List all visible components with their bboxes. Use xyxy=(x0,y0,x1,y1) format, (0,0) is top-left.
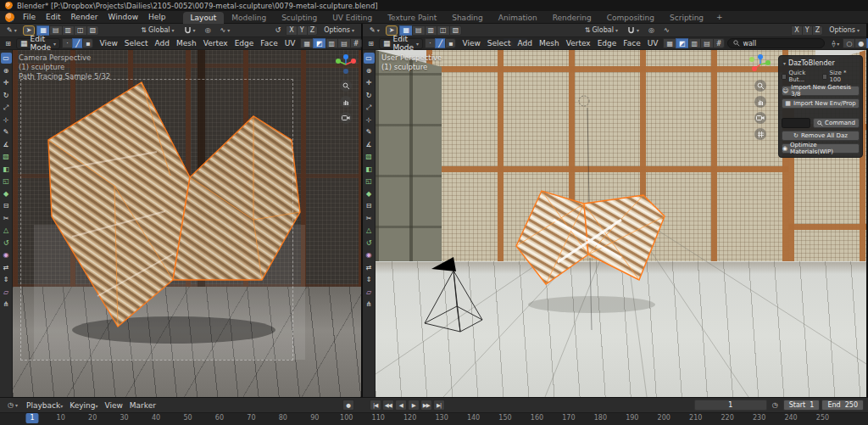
zoom-icon[interactable] xyxy=(340,80,352,92)
snap-dropdown[interactable]: ▾ xyxy=(181,25,199,36)
tool-measure[interactable]: ∡ xyxy=(364,139,375,150)
menu-item[interactable]: File xyxy=(18,12,41,22)
auto-keying-button[interactable]: ● xyxy=(342,400,354,411)
workspace-tab[interactable]: Shading xyxy=(444,12,491,24)
add-workspace-button[interactable]: + xyxy=(711,11,728,23)
tool-shrink-fatten[interactable]: ⇕ xyxy=(1,274,12,285)
frame-tick[interactable]: 120 xyxy=(403,414,416,422)
transport-button[interactable]: ▶▶ xyxy=(420,400,432,411)
tool-scale[interactable]: ⤢ xyxy=(1,102,12,113)
transport-button[interactable]: |◀ xyxy=(370,400,381,411)
frame-tick[interactable]: 70 xyxy=(247,414,255,422)
viewport-menu[interactable]: Face xyxy=(257,39,281,48)
select-mode-invert[interactable]: ◫ xyxy=(74,25,87,36)
select-mode-subtract[interactable]: ▥ xyxy=(62,25,75,36)
workspace-tab[interactable]: Texture Paint xyxy=(380,12,444,24)
frame-tick[interactable]: 100 xyxy=(340,414,353,422)
mesh-select-mode-face[interactable]: ▪ xyxy=(445,38,456,48)
gizmo-dropdown[interactable]: ⟠▾ xyxy=(830,38,841,48)
tool-transform[interactable]: ⊹ xyxy=(364,115,375,126)
viewport-menu[interactable]: View xyxy=(459,39,483,48)
viewport-menu[interactable]: Select xyxy=(121,39,152,48)
tool-smooth[interactable]: ◉ xyxy=(364,249,375,260)
tool-cursor[interactable]: ⊕ xyxy=(364,65,375,76)
overlay-toggle-gizmos[interactable]: ▥ xyxy=(688,38,702,48)
tool-select-box[interactable]: ▭ xyxy=(364,53,375,64)
active-tool-dropdown[interactable]: ✎▾ xyxy=(3,25,20,36)
frame-tick[interactable]: 110 xyxy=(372,414,385,422)
panel-header[interactable]: ▾ DazToBlender xyxy=(782,59,860,70)
frame-tick[interactable]: 150 xyxy=(498,414,511,422)
mirror-axis[interactable]: X xyxy=(286,25,297,36)
overlay-toggle-xray[interactable]: ◩ xyxy=(676,38,689,48)
command-input[interactable] xyxy=(782,118,810,128)
frame-tick[interactable]: 10 xyxy=(57,414,65,422)
menu-item[interactable]: Window xyxy=(103,12,144,22)
frame-tick[interactable]: 220 xyxy=(721,414,734,422)
axis-gizmo[interactable] xyxy=(335,53,357,75)
tool-bevel[interactable]: ◆ xyxy=(1,188,12,199)
tool-rip-region[interactable]: ⋔ xyxy=(1,299,12,310)
pan-hand-icon[interactable] xyxy=(340,96,352,108)
overlay-toggle-xray[interactable]: ◩ xyxy=(313,38,326,48)
timeline-ruler[interactable]: 1102030405060708090100110120130140150160… xyxy=(0,413,868,425)
tool-inset-faces[interactable]: ◱ xyxy=(1,176,12,187)
overlay-toggle-annotation[interactable]: # xyxy=(713,38,726,48)
remove-all-daz-button[interactable]: ↻Remove All Daz xyxy=(782,131,860,141)
tool-measure[interactable]: ∡ xyxy=(1,139,12,150)
tool-add-cube[interactable]: ▧ xyxy=(364,151,375,162)
overlay-toggle-gizmos[interactable]: ▥ xyxy=(326,38,339,48)
optimize-materials-button[interactable]: ◉Optimize Materials(WIP) xyxy=(782,143,860,154)
timeline-menu[interactable]: Keying▾ xyxy=(66,401,101,410)
camera-view-icon[interactable] xyxy=(340,112,352,124)
frame-tick[interactable]: 180 xyxy=(594,414,607,422)
frame-end-field[interactable]: End 250 xyxy=(821,400,864,411)
command-button[interactable]: Command xyxy=(813,118,860,128)
viewport-search[interactable] xyxy=(727,38,825,48)
options-dropdown[interactable]: Options▾ xyxy=(826,25,863,36)
frame-tick[interactable]: 30 xyxy=(120,414,129,422)
falloff-dropdown[interactable]: ∿▾ xyxy=(217,25,234,36)
workspace-tab[interactable]: Scripting xyxy=(662,12,711,24)
pan-hand-icon[interactable] xyxy=(754,96,766,108)
tool-add-cube[interactable]: ▧ xyxy=(1,151,12,162)
transport-button[interactable]: ▶| xyxy=(433,400,445,411)
transport-button[interactable]: ▶ xyxy=(408,400,420,411)
perspective-toggle-icon[interactable] xyxy=(754,128,766,140)
select-mode-new[interactable]: ▦ xyxy=(399,25,413,36)
select-mode-extend[interactable]: ▤ xyxy=(412,25,426,36)
viewport-menu[interactable]: Edge xyxy=(594,39,620,48)
transport-button[interactable]: ◀ xyxy=(395,400,407,411)
mirror-icon-button[interactable]: ↺ xyxy=(271,25,284,36)
viewport-canvas-right[interactable]: User Perspective (1) sculpture ▭⊕✛↻⤢⊹✎∡▧… xyxy=(363,50,866,397)
snap-dropdown[interactable]: ▾ xyxy=(624,25,643,36)
editor-type-button[interactable]: ◷▾ xyxy=(4,400,21,411)
frame-tick[interactable]: 250 xyxy=(816,414,829,422)
import-genesis-button[interactable]: ☺Import New Genesis 3/8 xyxy=(782,86,860,96)
orientation-dropdown[interactable]: ⇅Global▾ xyxy=(581,25,621,36)
frame-tick[interactable]: 60 xyxy=(215,414,224,422)
frame-tick[interactable]: 1 xyxy=(25,413,38,423)
search-input[interactable] xyxy=(743,40,819,48)
frame-tick[interactable]: 130 xyxy=(435,414,448,422)
tool-transform[interactable]: ⊹ xyxy=(1,115,12,126)
viewport-menu[interactable]: Vertex xyxy=(563,39,594,48)
viewport-menu[interactable]: Select xyxy=(484,39,515,48)
frame-tick[interactable]: 240 xyxy=(784,414,797,422)
viewport-menu[interactable]: UV xyxy=(644,39,662,48)
workspace-tab[interactable]: Compositing xyxy=(599,12,662,24)
select-mode-intersect[interactable]: ▧ xyxy=(449,25,463,36)
frame-tick[interactable]: 50 xyxy=(183,414,192,422)
select-mode-invert[interactable]: ◫ xyxy=(437,25,450,36)
transport-button[interactable]: ◀◀ xyxy=(382,400,394,411)
mirror-axis[interactable]: Y xyxy=(802,25,813,36)
active-tool-dropdown[interactable]: ✎▾ xyxy=(366,25,383,36)
frame-tick[interactable]: 40 xyxy=(152,414,160,422)
proportional-editing-button[interactable]: ◎ xyxy=(645,25,658,36)
quick-buttons-checkbox[interactable]: Quick But... xyxy=(782,70,820,83)
use-preview-range-icon[interactable]: ◷ xyxy=(769,400,782,411)
overlay-toggle-measure[interactable]: ▤ xyxy=(337,38,351,48)
menu-item[interactable]: Render xyxy=(66,12,103,22)
viewport-menu[interactable]: Face xyxy=(620,39,643,48)
editor-type-button[interactable]: ⊞ xyxy=(365,38,376,48)
